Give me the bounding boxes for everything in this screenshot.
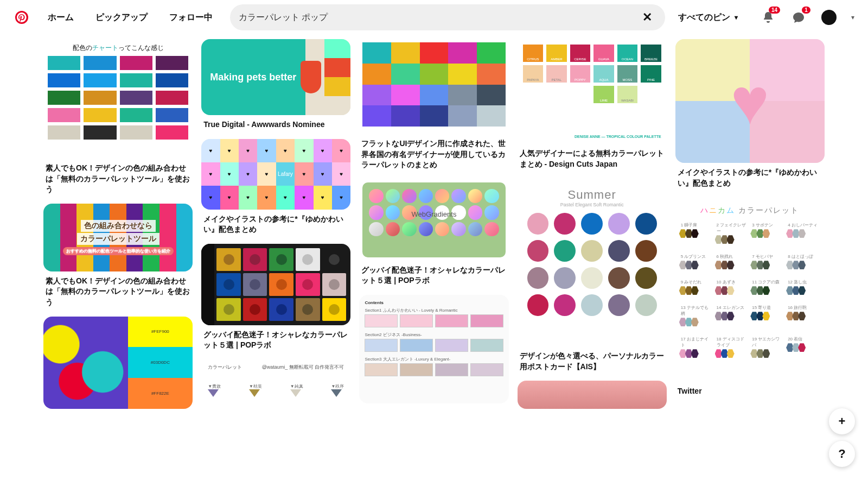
thumb-text: カラーパレット bbox=[208, 364, 242, 371]
app-header: ホーム ピックアップ フォロー中 ✕ すべてのピン ▾ 14 1 ▾ bbox=[0, 0, 868, 35]
fab-column: + ? bbox=[829, 408, 855, 455]
pin[interactable]: Contents Section1 ふんわりかわいい - Lovely & Ro… bbox=[359, 295, 508, 403]
create-button[interactable]: + bbox=[829, 408, 855, 434]
pin-image[interactable]: ♥♥♥♥♥♥♥♥ ♥♥♥♥Lafary♥♥♥ ♥♥♥♥♥♥♥♥ bbox=[201, 139, 350, 210]
thumb-text: DENISE ANNE — TROPICAL COLOUR PALETTE bbox=[523, 135, 661, 138]
pin-title[interactable]: デザインが色々選べる、パーソナルカラー用ポストカード【AIS】 bbox=[518, 351, 667, 372]
thumb-heading: ハニカム カラーパレット bbox=[681, 206, 819, 216]
pin-image[interactable]: #FEF900 #03D0DC #FF822E bbox=[43, 317, 193, 409]
pin-image[interactable]: WebGradients bbox=[359, 179, 508, 261]
search-input[interactable] bbox=[239, 12, 638, 22]
pin-title[interactable]: グッバイ配色迷子！オシャレなカラーパレット５選 | POPラボ bbox=[201, 330, 350, 351]
pin-title[interactable]: 素人でもOK！デザインの色の組み合わせは「無料のカラーパレットツール」を使おう bbox=[43, 163, 193, 195]
pin-image[interactable]: カラーパレット @wataumi_ 無断転載可 自作発言不可 ▼貴族 ▼枯葉 ▼… bbox=[201, 359, 350, 397]
pin[interactable]: #FEF900 #03D0DC #FF822E bbox=[43, 317, 193, 409]
heart-icon: ♥ bbox=[731, 64, 769, 138]
messages-button[interactable]: 1 bbox=[786, 4, 812, 30]
pin-title[interactable]: フラットなUIデザイン用に作成された、世界各国の有名デザイナーが使用しているカラ… bbox=[359, 138, 508, 170]
pin-title[interactable]: True Digital - Awwwards Nominee bbox=[201, 119, 350, 130]
pin[interactable]: CITRUSAMBERCERISEGUAVAOCEANBREEZE PAPAYA… bbox=[518, 39, 667, 169]
pinterest-logo[interactable] bbox=[15, 11, 28, 24]
thumb-text: Making pets better bbox=[210, 72, 296, 83]
account-menu-chevron[interactable]: ▾ bbox=[846, 11, 859, 24]
pin[interactable]: グッバイ配色迷子！オシャレなカラーパレット５選 | POPラボ bbox=[201, 244, 350, 351]
pin-title[interactable]: メイクやイラストの参考に*『ゆめかわいい』配色まとめ bbox=[201, 214, 350, 235]
pin[interactable]: カラーパレット @wataumi_ 無断転載可 自作発言不可 ▼貴族 ▼枯葉 ▼… bbox=[201, 359, 350, 397]
search-bar[interactable]: ✕ bbox=[230, 4, 665, 30]
pin[interactable]: フラットなUIデザイン用に作成された、世界各国の有名デザイナーが使用しているカラ… bbox=[359, 39, 508, 170]
pin-image[interactable]: Contents Section1 ふんわりかわいい - Lovely & Ro… bbox=[359, 295, 508, 403]
chevron-down-icon: ▾ bbox=[735, 14, 738, 21]
thumb-heading: 配色のチャートってこんな感じ bbox=[48, 43, 188, 53]
pin-title[interactable]: グッバイ配色迷子！オシャレなカラーパレット５選 | POPラボ bbox=[359, 265, 508, 286]
thumb-text: 色の組み合わせなら bbox=[81, 220, 156, 232]
pin-image[interactable]: Making pets better bbox=[201, 39, 350, 115]
notifications-badge: 14 bbox=[769, 7, 780, 14]
thumb-text: @wataumi_ 無断転載可 自作発言不可 bbox=[262, 364, 344, 371]
thumb-heading: Summer bbox=[527, 188, 657, 202]
swatch-label: #03D0DC bbox=[128, 347, 193, 378]
thumb-text: WebGradients bbox=[412, 210, 457, 218]
pin-image[interactable] bbox=[201, 244, 350, 325]
pin-title[interactable]: Twitter bbox=[675, 386, 825, 397]
nav-following[interactable]: フォロー中 bbox=[161, 8, 221, 28]
nav-explore[interactable]: ピックアップ bbox=[87, 8, 156, 28]
pin-image[interactable]: ハニカム カラーパレット 1 獅子座 2 フェイクレザー 3 サボテン 4 おし… bbox=[675, 197, 825, 382]
thumb-text: Pastel Elegant Soft Romantic bbox=[527, 202, 657, 207]
pin[interactable]: ♥♥♥♥♥♥♥♥ ♥♥♥♥Lafary♥♥♥ ♥♥♥♥♥♥♥♥ メイクやイラスト… bbox=[201, 139, 350, 235]
pin[interactable] bbox=[518, 381, 667, 409]
pin-image[interactable]: Summer Pastel Elegant Soft Romantic bbox=[518, 178, 667, 346]
pin-grid: 配色のチャートってこんな感じ 素人でもOK！デザインの色の組み合わせは「無料のカ… bbox=[0, 35, 868, 455]
nav-home[interactable]: ホーム bbox=[39, 8, 82, 28]
account-button[interactable] bbox=[816, 4, 842, 30]
pin-image[interactable] bbox=[359, 39, 508, 134]
pin[interactable]: ハニカム カラーパレット 1 獅子座 2 フェイクレザー 3 サボテン 4 おし… bbox=[675, 197, 825, 397]
messages-badge: 1 bbox=[802, 7, 810, 14]
swatch-label: #FEF900 bbox=[128, 317, 193, 348]
thumb-text: カラーパレットツール bbox=[77, 233, 159, 245]
pin[interactable]: Making pets better True Digital - Awwwar… bbox=[201, 39, 350, 130]
thumb-text: Section2 ビジネス -Business- bbox=[365, 332, 503, 338]
search-filter-button[interactable]: すべてのピン ▾ bbox=[669, 8, 746, 28]
help-button[interactable]: ? bbox=[829, 441, 855, 455]
pin-title[interactable]: メイクやイラストの参考に*『ゆめかわいい』配色まとめ bbox=[675, 167, 825, 188]
notifications-button[interactable]: 14 bbox=[755, 4, 781, 30]
search-clear-icon[interactable]: ✕ bbox=[638, 8, 656, 27]
pin[interactable]: 色の組み合わせなら カラーパレットツール おすすめの無料の配色ツールと効率的な使… bbox=[43, 204, 193, 308]
pin-title[interactable]: 素人でもOK！デザインの色の組み合わせは「無料のカラーパレットツール」を使おう bbox=[43, 276, 193, 308]
pin-title[interactable]: 人気デザイナーによる無料カラーパレットまとめ - Design Cuts Jap… bbox=[518, 148, 667, 169]
pin-image[interactable]: 配色のチャートってこんな感じ bbox=[43, 39, 193, 159]
pin-image[interactable] bbox=[518, 381, 667, 409]
thumb-text: Section1 ふんわりかわいい - Lovely & Romantic bbox=[365, 307, 503, 313]
pin[interactable]: 配色のチャートってこんな感じ 素人でもOK！デザインの色の組み合わせは「無料のカ… bbox=[43, 39, 193, 195]
pin-image[interactable]: CITRUSAMBERCERISEGUAVAOCEANBREEZE PAPAYA… bbox=[518, 39, 667, 144]
pin-image[interactable]: ♥ bbox=[675, 39, 825, 163]
pin[interactable]: ♥ メイクやイラストの参考に*『ゆめかわいい』配色まとめ bbox=[675, 39, 825, 188]
thumb-text: Section3 大人エレガント -Luxury & Elegant- bbox=[365, 356, 503, 362]
pin[interactable]: Summer Pastel Elegant Soft Romantic デザイン… bbox=[518, 178, 667, 372]
swatch-label: #FF822E bbox=[128, 378, 193, 409]
pin-image[interactable]: 色の組み合わせなら カラーパレットツール おすすめの無料の配色ツールと効率的な使… bbox=[43, 204, 193, 271]
thumb-heading: Contents bbox=[365, 300, 503, 305]
avatar bbox=[821, 10, 837, 25]
pin[interactable]: WebGradients グッバイ配色迷子！オシャレなカラーパレット５選 | P… bbox=[359, 179, 508, 286]
search-filter-label: すべてのピン bbox=[678, 12, 730, 23]
search-wrap: ✕ すべてのピン ▾ bbox=[230, 4, 746, 30]
